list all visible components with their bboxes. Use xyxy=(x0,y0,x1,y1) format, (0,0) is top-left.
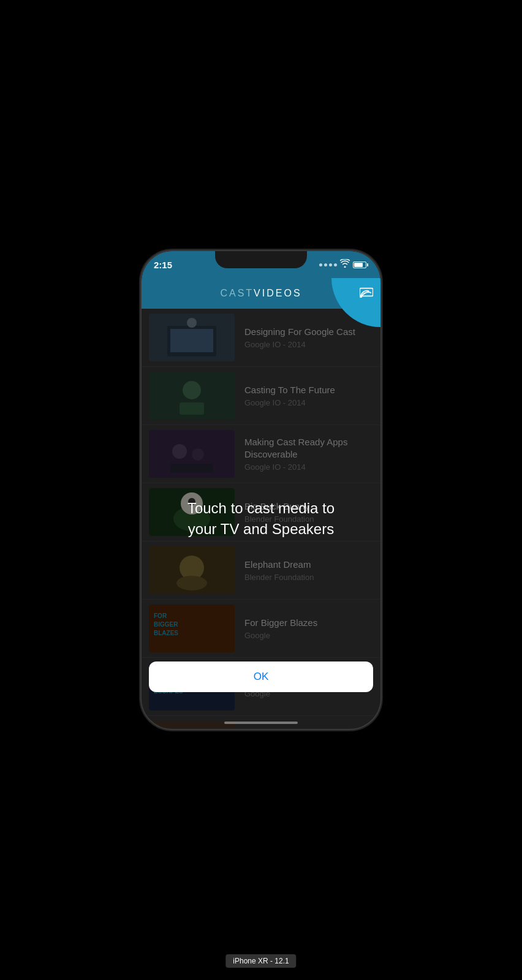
app-title: CASTVIDEOS xyxy=(220,288,301,299)
home-indicator xyxy=(224,722,298,724)
ok-button[interactable]: OK xyxy=(149,662,373,692)
cast-overlay-text: Touch to cast media to your TV and Speak… xyxy=(169,486,353,551)
ok-button-container: OK xyxy=(149,662,373,692)
status-time: 2:15 xyxy=(154,260,172,270)
battery-icon xyxy=(353,262,368,268)
signal-dot-2 xyxy=(324,263,327,266)
status-icons xyxy=(319,259,368,270)
phone-screen: 2:15 xyxy=(142,251,380,729)
signal-dot-4 xyxy=(334,263,337,266)
cast-icon xyxy=(360,285,373,301)
ok-button-label: OK xyxy=(254,671,269,683)
signal-dots xyxy=(319,263,337,266)
device-label: iPhone XR - 12.1 xyxy=(225,954,296,968)
wifi-icon xyxy=(340,259,350,270)
notch xyxy=(215,251,307,268)
signal-dot-3 xyxy=(329,263,332,266)
signal-dot-1 xyxy=(319,263,322,266)
phone-frame: 2:15 xyxy=(142,251,380,729)
